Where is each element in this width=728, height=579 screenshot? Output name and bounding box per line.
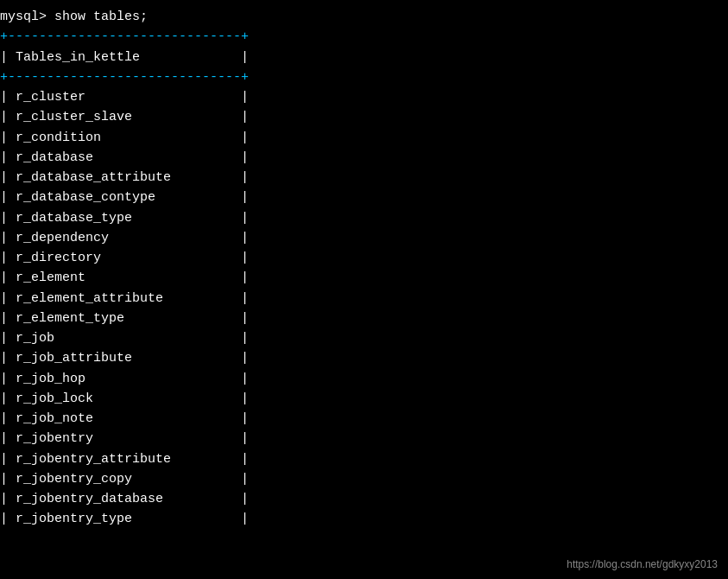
terminal-line: | r_database_type |	[0, 208, 728, 228]
terminal-line: mysql> show tables;	[0, 7, 728, 27]
terminal-line: | r_element_type |	[0, 309, 728, 328]
watermark: https://blog.csdn.net/gdkyxy2013	[567, 558, 718, 570]
terminal-line: | r_jobentry |	[0, 429, 728, 449]
terminal-line: | r_database_attribute |	[0, 168, 728, 188]
terminal-line: | r_dependency |	[0, 228, 728, 248]
terminal-line: +------------------------------+	[0, 27, 728, 47]
terminal-line: | r_jobentry_type |	[0, 509, 728, 529]
terminal-line: | r_jobentry_copy |	[0, 469, 728, 489]
terminal-line: | r_element |	[0, 268, 728, 288]
terminal-line: | r_job_attribute |	[0, 348, 728, 368]
terminal-line: | r_jobentry_database |	[0, 489, 728, 509]
terminal-line: | r_job_note |	[0, 409, 728, 429]
terminal-line: | r_cluster_slave |	[0, 107, 728, 127]
terminal-line: | r_job |	[0, 328, 728, 348]
terminal-window: mysql> show tables;+--------------------…	[0, 0, 728, 579]
terminal-line: | r_job_lock |	[0, 389, 728, 409]
terminal-line: | r_condition |	[0, 128, 728, 148]
terminal-line: | r_directory |	[0, 248, 728, 268]
terminal-line: | r_job_hop |	[0, 369, 728, 389]
terminal-line: | r_database |	[0, 148, 728, 168]
terminal-line: | r_element_attribute |	[0, 289, 728, 309]
terminal-line: +------------------------------+	[0, 67, 728, 87]
terminal-line: | r_cluster |	[0, 87, 728, 107]
terminal-line: | r_database_contype |	[0, 188, 728, 207]
terminal-line: | r_jobentry_attribute |	[0, 449, 728, 469]
terminal-line: | Tables_in_kettle |	[0, 48, 728, 67]
